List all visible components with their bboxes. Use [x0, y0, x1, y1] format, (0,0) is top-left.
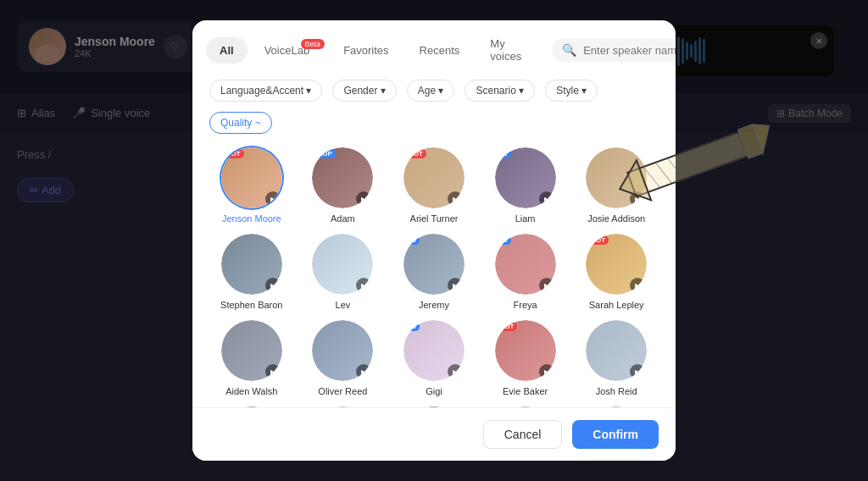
voice-badge-evie: HOT	[497, 322, 518, 331]
voice-play-stephen[interactable]: ▶	[265, 278, 281, 293]
voice-avatar-gigi: 19▶	[403, 320, 465, 381]
voice-name-josh: Josh Reid	[596, 386, 637, 396]
voice-play-jenson[interactable]: ▶	[265, 191, 281, 207]
voices-grid: HOT▶Jenson MooreHOP▶AdamHOT▶Ariel Turner…	[192, 141, 676, 407]
voice-play-ariel[interactable]: ▶	[448, 191, 463, 207]
voice-name-stephen: Stephen Baron	[220, 300, 282, 310]
tabs-search-row: All VoiceLab Beta Favorites Recents My v…	[192, 20, 676, 80]
filter-style[interactable]: Style ▾	[545, 80, 598, 102]
voice-avatar-adam: HOP▶	[312, 147, 373, 208]
voice-avatar-jenson: HOT▶	[221, 147, 282, 208]
confirm-button[interactable]: Confirm	[572, 420, 659, 449]
voice-badge-gigi: 19	[405, 322, 420, 331]
filter-quality[interactable]: Quality ~	[209, 112, 272, 134]
voice-item-gigi[interactable]: 19▶Gigi	[392, 320, 476, 396]
voice-badge-sarah: HOT	[587, 235, 609, 245]
voice-item-josh[interactable]: ▶Josh Reid	[574, 320, 659, 396]
voice-play-gigi[interactable]: ▶	[448, 364, 463, 379]
voice-avatar-lev: ▶	[312, 234, 373, 295]
voice-name-aiden: Aiden Walsh	[225, 386, 277, 396]
voice-play-evie[interactable]: ▶	[539, 364, 554, 379]
voice-avatar-aiden: ▶	[221, 320, 282, 381]
filter-scenario[interactable]: Scenario ▾	[465, 80, 535, 102]
voice-avatar-jeremy: 19▶	[403, 234, 465, 295]
tab-voicelab[interactable]: VoiceLab Beta	[251, 37, 327, 64]
cancel-button[interactable]: Cancel	[483, 420, 563, 449]
voice-play-aiden[interactable]: ▶	[265, 364, 281, 379]
voice-item-oliver[interactable]: ▶Oliver Reed	[301, 320, 386, 396]
voice-avatar-stephen: ▶	[221, 234, 282, 295]
voice-item-sarah[interactable]: HOT▶Sarah Lepley	[574, 234, 659, 310]
voice-item-evie[interactable]: HOT▶Evie Baker	[483, 320, 568, 396]
voice-name-josie: Josie Addison	[587, 213, 645, 224]
voice-name-evie: Evie Baker	[503, 386, 548, 396]
voice-name-sarah: Sarah Lepley	[589, 300, 644, 310]
voice-item-josie[interactable]: ▶Josie Addison	[574, 147, 659, 224]
voice-item-adam[interactable]: HOP▶Adam	[301, 147, 386, 224]
voice-play-liam[interactable]: ▶	[539, 191, 554, 207]
voice-item-jeremy[interactable]: 19▶Jeremy	[392, 234, 476, 310]
voice-badge-ariel: HOT	[405, 149, 426, 158]
voice-item-stephen[interactable]: ▶Stephen Baron	[209, 234, 294, 310]
voice-item-aiden[interactable]: ▶Aiden Walsh	[209, 320, 294, 396]
voice-name-lev: Lev	[336, 300, 351, 310]
voice-play-freya[interactable]: ▶	[539, 278, 554, 293]
voice-item-freya[interactable]: 19▶Freya	[483, 234, 568, 310]
filter-gender[interactable]: Gender ▾	[332, 80, 396, 102]
voice-badge-adam: HOP	[314, 149, 335, 158]
voice-avatar-oliver: ▶	[312, 320, 373, 381]
voice-play-josie[interactable]: ▶	[630, 191, 645, 207]
search-icon: 🔍	[562, 43, 576, 57]
voice-avatar-liam: 19▶	[495, 147, 556, 208]
voice-item-jenson[interactable]: HOT▶Jenson Moore	[209, 147, 294, 224]
voice-name-oliver: Oliver Reed	[318, 386, 367, 396]
voice-play-josh[interactable]: ▶	[630, 364, 645, 379]
voice-avatar-ariel: HOT▶	[403, 147, 465, 208]
filter-row: Language&Accent ▾ Gender ▾ Age ▾ Scenari…	[192, 80, 676, 141]
voice-name-freya: Freya	[514, 300, 537, 310]
modal-overlay: All VoiceLab Beta Favorites Recents My v…	[0, 0, 868, 481]
voice-name-ariel: Ariel Turner	[410, 213, 459, 224]
voice-avatar-josie: ▶	[586, 147, 647, 208]
beta-badge: Beta	[301, 39, 326, 49]
tab-recents[interactable]: Recents	[406, 37, 474, 64]
voice-avatar-freya: 19▶	[495, 234, 556, 295]
search-input[interactable]	[583, 44, 676, 57]
voice-play-lev[interactable]: ▶	[356, 278, 371, 293]
voice-avatar-josh: ▶	[586, 320, 647, 381]
voice-name-jenson: Jenson Moore	[222, 213, 281, 224]
voice-play-oliver[interactable]: ▶	[356, 364, 371, 379]
modal-footer: Cancel Confirm	[192, 407, 676, 461]
voice-item-liam[interactable]: 19▶Liam	[483, 147, 568, 224]
voice-avatar-evie: HOT▶	[495, 320, 556, 381]
voice-badge-jeremy: 19	[405, 235, 420, 245]
search-bar[interactable]: 🔍	[552, 38, 676, 62]
filter-age[interactable]: Age ▾	[407, 80, 455, 102]
voice-avatar-sarah: HOT▶	[586, 234, 647, 295]
voice-item-ariel[interactable]: HOT▶Ariel Turner	[392, 147, 476, 224]
tab-group: All VoiceLab Beta Favorites Recents My v…	[206, 30, 535, 69]
voice-badge-freya: 19	[497, 235, 511, 245]
voice-badge-liam: 19	[497, 149, 511, 158]
voice-item-lev[interactable]: ▶Lev	[301, 234, 386, 310]
tab-all[interactable]: All	[206, 37, 248, 64]
tab-my-voices[interactable]: My voices	[476, 30, 535, 69]
voice-play-jeremy[interactable]: ▶	[448, 278, 463, 293]
voice-badge-jenson: HOT	[223, 149, 244, 158]
voice-name-jeremy: Jeremy	[419, 300, 449, 310]
voice-name-adam: Adam	[331, 213, 355, 224]
voice-name-gigi: Gigi	[426, 386, 442, 396]
voice-play-sarah[interactable]: ▶	[630, 278, 645, 293]
voice-name-liam: Liam	[515, 213, 536, 224]
voice-play-adam[interactable]: ▶	[356, 191, 371, 207]
voice-selector-modal: All VoiceLab Beta Favorites Recents My v…	[192, 20, 676, 461]
filter-language[interactable]: Language&Accent ▾	[209, 80, 322, 102]
tab-favorites[interactable]: Favorites	[330, 37, 402, 64]
